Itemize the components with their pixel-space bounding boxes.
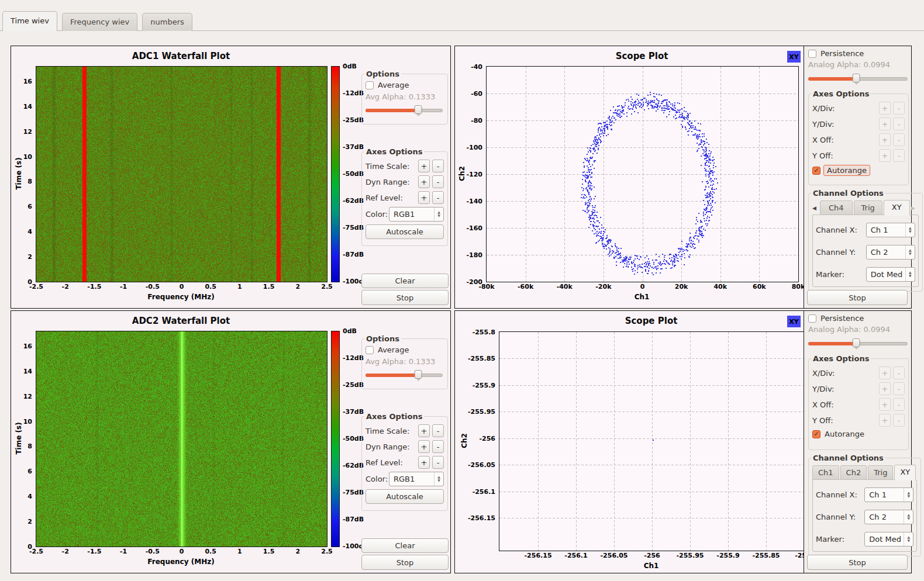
time-scale-decrease-button[interactable]: - xyxy=(432,424,444,437)
spin-down-icon[interactable]: ▼ xyxy=(437,479,440,482)
checkbox-box[interactable]: ✓ xyxy=(812,430,820,438)
color-spinbox[interactable]: RGB1 ▲ ▼ xyxy=(389,472,444,486)
average-checkbox[interactable]: Average xyxy=(366,81,444,89)
stop-button[interactable]: Stop xyxy=(807,555,908,570)
tab-xy[interactable]: XY xyxy=(894,465,916,480)
stop-button[interactable]: Stop xyxy=(361,290,449,305)
checkbox-box[interactable]: ✓ xyxy=(812,167,820,175)
clear-button[interactable]: Clear xyxy=(361,538,449,553)
avg-alpha-slider[interactable] xyxy=(366,105,443,115)
autoscale-button[interactable]: Autoscale xyxy=(366,489,444,504)
tab-ch2[interactable]: Ch2 xyxy=(840,465,867,480)
channel-y-spinbox[interactable]: Ch 2 ▲ ▼ xyxy=(866,245,915,260)
spin-down-icon[interactable]: ▼ xyxy=(909,252,912,255)
spin-down-icon[interactable]: ▼ xyxy=(907,517,910,520)
xdiv-decrease-button[interactable]: - xyxy=(893,102,905,115)
marker-spinbox[interactable]: Dot Med ▲ ▼ xyxy=(866,267,915,282)
yoff-increase-button[interactable]: + xyxy=(879,414,891,427)
scroll-left-button[interactable]: ◀ xyxy=(812,205,820,215)
persistence-checkbox[interactable]: Persistence xyxy=(808,49,909,58)
clear-button[interactable]: Clear xyxy=(361,274,449,288)
tab-numbers[interactable]: numbers xyxy=(142,13,192,31)
spin-down-icon[interactable]: ▼ xyxy=(909,230,912,233)
persistence-checkbox[interactable]: Persistence xyxy=(808,314,909,323)
marker-spinbox[interactable]: Dot Med ▲ ▼ xyxy=(864,532,913,547)
ydiv-increase-button[interactable]: + xyxy=(879,382,891,395)
dyn-range-increase-button[interactable]: + xyxy=(418,440,430,453)
xoff-decrease-button[interactable]: - xyxy=(893,133,905,146)
spinner-arrows[interactable]: ▲ ▼ xyxy=(905,245,915,259)
y-tick-label: 6 xyxy=(27,203,32,210)
spinner-arrows[interactable]: ▲ ▼ xyxy=(904,510,913,524)
spin-down-icon[interactable]: ▼ xyxy=(907,494,910,498)
time-scale-increase-button[interactable]: + xyxy=(418,160,430,172)
spinner-arrows[interactable]: ▲ ▼ xyxy=(434,208,443,221)
tab-ch1[interactable]: Ch1 xyxy=(812,465,839,480)
checkbox-box[interactable] xyxy=(808,50,816,58)
dyn-range-decrease-button[interactable]: - xyxy=(432,440,444,453)
slider-handle[interactable] xyxy=(414,105,422,114)
spinner-arrows[interactable]: ▲ ▼ xyxy=(904,488,913,502)
ydiv-decrease-button[interactable]: - xyxy=(893,117,905,130)
checkbox-box[interactable] xyxy=(366,81,374,89)
tab-trig[interactable]: Trig xyxy=(868,465,893,480)
ydiv-increase-button[interactable]: + xyxy=(879,117,891,130)
tab-time-wiev[interactable]: Time wiev xyxy=(2,11,57,31)
persistence-label: Persistence xyxy=(820,314,864,323)
slider-handle[interactable] xyxy=(414,370,422,379)
yoff-increase-button[interactable]: + xyxy=(879,149,891,162)
analog-alpha-slider[interactable] xyxy=(808,338,908,348)
autorange-checkbox[interactable]: ✓ Autorange xyxy=(812,430,905,438)
autorange-checkbox[interactable]: ✓ Autorange xyxy=(812,165,905,176)
spinner-arrows[interactable]: ▲ ▼ xyxy=(904,532,913,546)
time-scale-decrease-button[interactable]: - xyxy=(432,160,444,172)
xdiv-increase-button[interactable]: + xyxy=(879,102,891,115)
stop-button[interactable]: Stop xyxy=(807,290,908,305)
scroll-right-button[interactable]: ▶ xyxy=(911,205,919,215)
channel-x-spinbox[interactable]: Ch 1 ▲ ▼ xyxy=(866,223,915,237)
slider-handle[interactable] xyxy=(852,74,860,82)
waterfall-heatmap-canvas[interactable] xyxy=(36,331,327,547)
checkbox-box[interactable] xyxy=(808,314,816,323)
dyn-range-decrease-button[interactable]: - xyxy=(432,175,444,188)
xoff-increase-button[interactable]: + xyxy=(879,398,891,411)
scope-plot-canvas[interactable] xyxy=(499,331,804,551)
spinner-arrows[interactable]: ▲ ▼ xyxy=(434,472,443,486)
ref-level-increase-button[interactable]: + xyxy=(418,456,430,469)
spin-down-icon[interactable]: ▼ xyxy=(907,539,910,542)
autoscale-button[interactable]: Autoscale xyxy=(366,224,444,239)
tab-ch4[interactable]: Ch4 xyxy=(820,200,853,215)
spin-down-icon[interactable]: ▼ xyxy=(909,274,912,278)
yoff-decrease-button[interactable]: - xyxy=(893,414,905,427)
xdiv-decrease-button[interactable]: - xyxy=(893,366,905,379)
avg-alpha-slider[interactable] xyxy=(366,370,443,379)
tab-xy[interactable]: XY xyxy=(884,200,910,216)
ydiv-decrease-button[interactable]: - xyxy=(893,382,905,395)
spinner-arrows[interactable]: ▲ ▼ xyxy=(905,268,915,281)
waterfall-heatmap-canvas[interactable] xyxy=(36,66,327,282)
channel-x-spinbox[interactable]: Ch 1 ▲ ▼ xyxy=(864,487,913,502)
spin-down-icon[interactable]: ▼ xyxy=(437,214,440,217)
x-tick-label: 2 xyxy=(295,548,300,555)
tab-trig[interactable]: Trig xyxy=(854,200,882,215)
dyn-range-increase-button[interactable]: + xyxy=(418,175,430,188)
xdiv-increase-button[interactable]: + xyxy=(879,366,891,379)
color-spinbox[interactable]: RGB1 ▲ ▼ xyxy=(389,207,444,222)
analog-alpha-slider[interactable] xyxy=(808,74,908,83)
checkbox-box[interactable] xyxy=(366,346,374,354)
spinner-arrows[interactable]: ▲ ▼ xyxy=(905,223,915,237)
yoff-decrease-button[interactable]: - xyxy=(893,149,905,162)
y-tick-label: -120 xyxy=(466,171,482,178)
ref-level-decrease-button[interactable]: - xyxy=(432,456,444,469)
xoff-increase-button[interactable]: + xyxy=(879,133,891,146)
scope-plot-canvas[interactable] xyxy=(486,66,799,282)
average-checkbox[interactable]: Average xyxy=(366,345,444,354)
channel-y-spinbox[interactable]: Ch 2 ▲ ▼ xyxy=(864,510,913,524)
ref-level-increase-button[interactable]: + xyxy=(418,191,430,204)
tab-frequency-wiev[interactable]: Frequency wiev xyxy=(62,13,137,31)
slider-handle[interactable] xyxy=(852,338,860,347)
ref-level-decrease-button[interactable]: - xyxy=(432,191,444,204)
time-scale-increase-button[interactable]: + xyxy=(418,424,430,437)
stop-button[interactable]: Stop xyxy=(361,555,449,570)
xoff-decrease-button[interactable]: - xyxy=(893,398,905,411)
